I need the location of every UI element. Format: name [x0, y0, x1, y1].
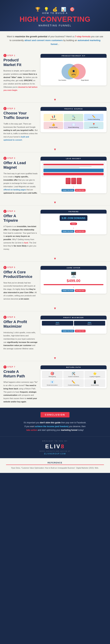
rp-retargeting: 🎯 Retargeting — [42, 371, 62, 378]
header-subtitle2: MARKETING FUNNEL — [3, 24, 107, 27]
brand-tagline: MORE INSIGHTS AND ADVICE AT — [3, 450, 107, 452]
step-4-divider: ▼ — [0, 255, 110, 262]
step-3-body: The best way to get more qualified leads… — [3, 172, 38, 195]
paid-ads-icon: 📢 — [44, 115, 62, 118]
pm-arrow: ↓ — [42, 326, 105, 329]
reference-title: REFERENCE — [6, 462, 104, 465]
co-return-path: RETURN PATH — [75, 289, 86, 292]
social-label: Social Media — [49, 126, 57, 128]
rp-social-icon: 📱 — [86, 380, 104, 384]
tripwire-diagram-box: TRIPWIRE $.99 .COM DOMAINS SALE ↓ THANK … — [41, 210, 107, 234]
thank-you-button: THANK YOU PAGE — [61, 189, 74, 192]
venn-diagram: Your Solution Target Market — [42, 60, 105, 84]
seo-icon: 🔍 — [64, 115, 83, 118]
step-3-number: 3 — [3, 157, 6, 160]
conclusion-text: It's important you don't skim this guide… — [6, 421, 104, 432]
traffic-social: 👍 Social Media — [44, 122, 63, 129]
content-label: Content Marketing — [88, 118, 100, 120]
step-6-section: 6 STEP 6 Offer A ProfitMaximizer Introdu… — [0, 311, 110, 361]
pmf-diagram-content: Your Solution Target Market — [41, 58, 107, 86]
step-5-number: 5 — [3, 266, 6, 269]
step-3-title: Offer A LeadMagnet — [3, 161, 38, 170]
step-1-title: Product/Market Fit — [3, 58, 38, 67]
step-5-title: Offer A CoreProduct/Service — [3, 270, 38, 279]
svg-point-3 — [73, 70, 75, 72]
step-2-divider: ▼ — [0, 146, 110, 152]
hand-icon: 🖥️ — [42, 272, 105, 278]
main-content: 1 STEP 1 Product/Market Fit Business is … — [0, 50, 110, 408]
loyalty-icon: ⭐ — [86, 372, 104, 376]
intro-section: Want to maximize the growth potential of… — [0, 31, 110, 50]
step-2-title: Choose YourTraffic Source — [3, 111, 38, 120]
rp-content: ✏️ Content Marketing — [63, 379, 84, 387]
step-3-diagram: LEAD MAGNET — [41, 157, 107, 195]
lead-magnet-diagram-box: LEAD MAGNET — [41, 157, 107, 193]
step-5-body: Now that you've already had two successf… — [3, 281, 38, 300]
venn-svg — [58, 62, 89, 81]
lm-item-1 — [66, 178, 70, 184]
step-5-section: 5 STEP 5 Offer A CoreProduct/Service Now… — [0, 262, 110, 311]
money-icon: 💰 — [53, 7, 57, 12]
step-6-label: 6 STEP 6 — [3, 316, 38, 319]
step-1-left: 1 STEP 1 Product/Market Fit Business is … — [3, 54, 38, 92]
step-4-number: 4 — [3, 210, 6, 213]
step-1-diagram: PRODUCT/MARKET FIT — [41, 54, 107, 92]
rp-custom: 🛠️ Custom Solutions — [63, 371, 84, 378]
step-4-body: A Tripwire is an irresistible, low-ticke… — [3, 225, 38, 251]
step-1-label: 1 STEP 1 — [3, 54, 38, 57]
lm-item-2 — [71, 178, 76, 184]
pm-ty-rp-row: THANK YOU PAGE RETURN PATH — [42, 330, 105, 332]
ty-rp-row: THANK YOU PAGE RETURN PATH — [42, 189, 105, 192]
email-icon: ✉️ — [64, 123, 83, 126]
custom-icon: 🛠️ — [64, 372, 83, 376]
bulb-icon: 💡 — [44, 7, 49, 12]
step-7-title: Create AReturn Path — [3, 370, 38, 378]
step-7-section: 7 STEP 7 Create AReturn Path What happen… — [0, 361, 110, 408]
step-5-label: 5 STEP 5 — [3, 266, 38, 269]
pm-price-2: $297 — [75, 322, 105, 324]
rp-email-icon: 📧 — [43, 380, 61, 384]
brand-logo-part2: 8 — [61, 443, 65, 450]
traffic-seo: 🔍 SEO — [64, 114, 83, 121]
social-icon: 👍 — [44, 123, 62, 126]
header-section: 🏆 💡 💰 📊 🎯 HOW TO BUILD A HIGH CONVERTING… — [0, 0, 110, 31]
step-4-left: 4 STEP 4 Offer ATripwire A Tripwire is a… — [3, 210, 38, 251]
pmf-diagram-label: PRODUCT/MARKET FIT — [41, 54, 107, 58]
reference-section: REFERENCE Ryan Deiss, "Customer Value Op… — [0, 458, 110, 473]
step-5-divider: ▼ — [0, 305, 110, 311]
intro-text: Want to maximize the growth potential of… — [6, 35, 104, 46]
core-offer-price: $499.00 — [42, 278, 105, 283]
traffic-content: ✏️ Content Marketing — [84, 114, 104, 121]
core-offer-diagram-box: CORE OFFER 🖥️ $499.00 ↓ THANK YOU PAGE R… — [41, 266, 107, 294]
step-3-divider: ▼ — [0, 199, 110, 205]
pm-item-1: $197 Upsell 1 — [42, 321, 73, 326]
tw-arrow: ↓ — [42, 226, 105, 229]
step-2-left: 2 STEP 2 Choose YourTraffic Source Traff… — [3, 107, 38, 142]
trophy-icon: 🏆 — [35, 7, 40, 12]
step-6-body: Introducing 1-click upsells, cross-sells… — [3, 331, 38, 350]
traffic-diagram-box: TRAFFIC SOURCE 📢 Paid Ads 🔍 SEO — [41, 107, 107, 132]
co-ty-rp-row: THANK YOU PAGE RETURN PATH — [42, 289, 105, 292]
content-icon: ✏️ — [84, 115, 103, 118]
step-2-diagram: TRAFFIC SOURCE 📢 Paid Ads 🔍 SEO — [41, 107, 107, 142]
step-2-number: 2 — [3, 107, 6, 110]
core-offer-content: 🖥️ $499.00 ↓ THANK YOU PAGE RETURN PATH — [41, 270, 107, 294]
pm-item-2: $297 Upsell 2 — [74, 321, 105, 326]
brand-url[interactable]: ELIV8GROUP.COM — [3, 452, 107, 455]
retargeting-label: Retargeting — [49, 376, 56, 378]
lead-magnet-label: LEAD MAGNET — [41, 157, 107, 160]
step-6-diagram: PROFIT MAXIMIZER $197 Upsell 1 $297 Upse… — [41, 316, 107, 350]
tripwire-label: TRIPWIRE — [41, 210, 107, 214]
step-1-number: 1 — [3, 54, 6, 57]
rp-email: 📧 Email Automation — [42, 379, 62, 387]
profit-max-diagram-box: PROFIT MAXIMIZER $197 Upsell 1 $297 Upse… — [41, 316, 107, 334]
tw-thank-you: THANK YOU PAGE — [61, 230, 74, 233]
brand-logo-part1: ELIV — [45, 443, 61, 450]
co-thank-you: THANK YOU PAGE — [61, 289, 74, 292]
return-path-label: RETURN PATH — [41, 366, 107, 369]
step-1-divider: ▼ — [0, 96, 110, 102]
rp-loyalty: ⭐ Loyalty Programs — [84, 371, 105, 378]
step-7-label: 7 STEP 7 — [3, 366, 38, 368]
step-5-left: 5 STEP 5 Offer A CoreProduct/Service Now… — [3, 266, 38, 300]
return-path-button: RETURN PATH — [75, 189, 86, 192]
